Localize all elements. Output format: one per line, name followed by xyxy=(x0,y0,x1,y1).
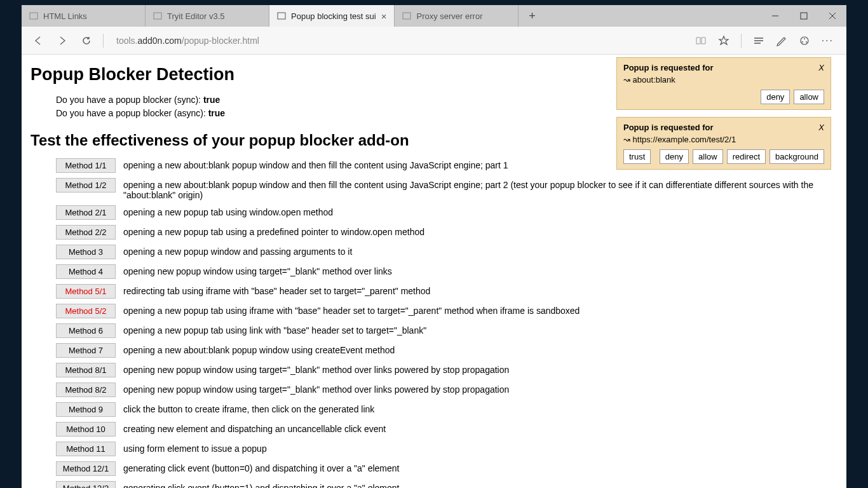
url-path: /popup-blocker.html xyxy=(182,36,259,46)
method-button[interactable]: Method 6 xyxy=(56,323,116,338)
minimize-button[interactable] xyxy=(761,5,789,27)
toolbar-right: ··· xyxy=(695,34,837,48)
method-button[interactable]: Method 8/1 xyxy=(56,363,116,377)
url-prefix: tools. xyxy=(116,36,137,46)
tab-tryit[interactable]: Tryit Editor v3.5 xyxy=(146,5,269,27)
method-button[interactable]: Method 1/2 xyxy=(56,178,116,193)
page-icon xyxy=(277,11,286,20)
deny-button[interactable]: deny xyxy=(660,149,689,164)
sync-value: true xyxy=(203,95,220,105)
allow-button[interactable]: allow xyxy=(693,149,723,164)
method-row: Method 2/1opening a new popup tab using … xyxy=(56,205,837,220)
page-icon xyxy=(153,11,162,20)
method-row: Method 1/2opening a new about:blank popu… xyxy=(56,178,837,200)
method-button[interactable]: Method 1/1 xyxy=(56,158,116,173)
method-row: Method 8/1opening new popup window using… xyxy=(56,363,837,377)
svg-point-13 xyxy=(802,41,803,43)
reading-view-icon[interactable] xyxy=(695,35,707,46)
method-button[interactable]: Method 11 xyxy=(56,442,116,456)
method-description: using form element to issue a popup xyxy=(123,442,267,454)
tab-popup-blocking[interactable]: Popup blocking test sui × xyxy=(269,5,395,27)
tab-label: HTML Links xyxy=(43,11,87,21)
maximize-button[interactable] xyxy=(789,5,818,27)
refresh-button[interactable] xyxy=(79,33,94,48)
async-value: true xyxy=(208,108,225,118)
method-row: Method 8/2opening new popup window using… xyxy=(56,383,837,397)
method-row: Method 12/1generating click event (butto… xyxy=(56,461,837,476)
method-button[interactable]: Method 7 xyxy=(56,343,116,358)
page-icon xyxy=(402,11,411,20)
method-description: opening a new popup tab using link with … xyxy=(123,323,426,336)
popup-notification-2: Popup is requested for X ↝ https://examp… xyxy=(616,117,831,170)
method-button[interactable]: Method 2/1 xyxy=(56,205,116,220)
more-icon[interactable]: ··· xyxy=(822,35,834,46)
new-tab-button[interactable]: + xyxy=(519,5,545,27)
method-description: opening a new popup tab using window.ope… xyxy=(123,205,333,217)
method-button[interactable]: Method 12/2 xyxy=(56,481,116,488)
method-description: opening a new popup window and passing a… xyxy=(123,245,352,257)
method-description: opening a new about:blank popup window a… xyxy=(123,158,508,170)
method-row: Method 6opening a new popup tab using li… xyxy=(56,323,837,338)
close-icon[interactable]: × xyxy=(381,11,387,22)
svg-rect-3 xyxy=(403,13,410,19)
redirect-button[interactable]: redirect xyxy=(727,149,766,164)
notif-title: Popup is requested for xyxy=(623,63,714,72)
toolbar: tools.add0n.com/popup-blocker.html ··· xyxy=(22,27,846,55)
method-button[interactable]: Method 2/2 xyxy=(56,225,116,240)
window-controls xyxy=(761,5,846,27)
method-description: opening new popup window using target="_… xyxy=(123,363,509,375)
back-button[interactable] xyxy=(31,33,46,48)
method-button[interactable]: Method 9 xyxy=(56,402,116,417)
method-button[interactable]: Method 12/1 xyxy=(56,461,116,476)
method-description: opening new popup window using target="_… xyxy=(123,383,509,395)
svg-rect-2 xyxy=(278,13,285,19)
method-row: Method 5/2opening a new popup tab using … xyxy=(56,304,837,318)
method-row: Method 12/2generating click event (butto… xyxy=(56,481,837,488)
method-row: Method 11using form element to issue a p… xyxy=(56,442,837,456)
tab-label: Tryit Editor v3.5 xyxy=(167,11,225,21)
allow-button[interactable]: allow xyxy=(794,90,824,104)
method-description: creating new element and dispatching an … xyxy=(123,422,386,434)
page-icon xyxy=(29,11,38,20)
svg-rect-1 xyxy=(154,13,161,19)
method-description: generating click event (button=0) and di… xyxy=(123,461,399,473)
svg-point-12 xyxy=(804,38,805,39)
method-button[interactable]: Method 5/2 xyxy=(56,304,116,318)
notes-icon[interactable] xyxy=(776,35,787,46)
method-description: opening a new about:blank popup window a… xyxy=(123,178,837,200)
close-window-button[interactable] xyxy=(818,5,846,27)
notif-url: ↝ about:blank xyxy=(623,75,824,85)
sync-label: Do you have a popup blocker (sync): xyxy=(56,95,203,105)
background-button[interactable]: background xyxy=(770,149,824,164)
notif-close-button[interactable]: X xyxy=(818,123,824,132)
method-description: opening a new popup tab using a predefin… xyxy=(123,225,424,237)
popup-notification-1: Popup is requested for X ↝ about:blank d… xyxy=(616,57,831,110)
method-button[interactable]: Method 5/1 xyxy=(56,284,116,299)
address-bar[interactable]: tools.add0n.com/popup-blocker.html xyxy=(112,33,686,48)
method-button[interactable]: Method 3 xyxy=(56,245,116,259)
tab-html-links[interactable]: HTML Links xyxy=(22,5,146,27)
method-button[interactable]: Method 10 xyxy=(56,422,116,437)
share-icon[interactable] xyxy=(799,35,810,46)
method-description: click the button to create iframe, then … xyxy=(123,402,374,414)
method-button[interactable]: Method 4 xyxy=(56,264,116,279)
deny-button[interactable]: deny xyxy=(761,90,790,104)
tab-label: Proxy server error xyxy=(416,11,482,21)
trust-button[interactable]: trust xyxy=(623,149,651,164)
method-row: Method 9click the button to create ifram… xyxy=(56,402,837,417)
method-button[interactable]: Method 8/2 xyxy=(56,383,116,397)
tab-label: Popup blocking test sui xyxy=(291,11,376,21)
method-row: Method 10creating new element and dispat… xyxy=(56,422,837,437)
hub-icon[interactable] xyxy=(753,35,764,46)
tab-bar: HTML Links Tryit Editor v3.5 Popup block… xyxy=(22,5,846,27)
forward-button[interactable] xyxy=(55,33,70,48)
svg-rect-5 xyxy=(801,13,807,19)
async-label: Do you have a popup blocker (async): xyxy=(56,108,208,118)
svg-point-14 xyxy=(806,41,807,43)
notif-url: ↝ https://example.com/test/2/1 xyxy=(623,135,824,144)
favorite-icon[interactable] xyxy=(718,35,729,46)
url-domain: add0n.com xyxy=(137,36,181,46)
svg-point-11 xyxy=(801,37,808,44)
notif-close-button[interactable]: X xyxy=(818,63,824,72)
tab-proxy-error[interactable]: Proxy server error xyxy=(395,5,519,27)
